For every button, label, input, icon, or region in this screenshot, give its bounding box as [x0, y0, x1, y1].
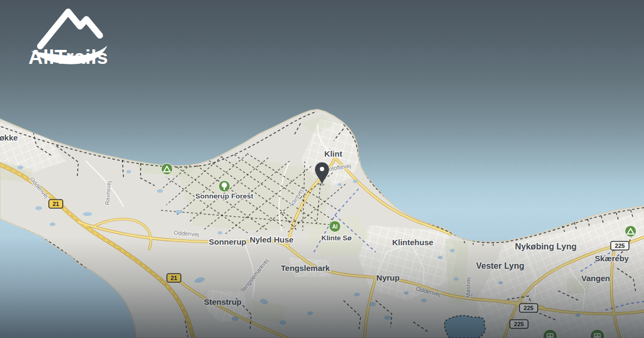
place-label: Nyled Huse — [250, 235, 294, 244]
campground-icon — [625, 226, 636, 237]
svg-text:21: 21 — [53, 201, 59, 207]
route-shield-21: 21 — [167, 274, 181, 282]
place-label: økke — [0, 133, 18, 142]
route-shield-225: 225 — [611, 241, 629, 250]
place-label: Nyrup — [376, 273, 399, 282]
svg-text:21: 21 — [171, 275, 177, 281]
route-shield-21: 21 — [49, 200, 63, 208]
place-label: Sonnerup — [209, 237, 246, 246]
place-label: Klint — [324, 149, 342, 158]
street-label: Møstvej — [465, 277, 471, 298]
route-shield-225: 225 — [519, 304, 538, 312]
svg-text:225: 225 — [524, 305, 533, 311]
place-label: Vangen — [581, 274, 610, 283]
og-share-image: Oddenvej Ravnsvej Oddenvej Klintvej Roto… — [0, 0, 644, 338]
place-label: Nykøbing Lyng — [515, 242, 577, 251]
place-label: Stenstrup — [204, 297, 241, 306]
place-label: Tengslemark — [281, 263, 330, 273]
svg-text:225: 225 — [514, 321, 524, 327]
place-label: Vester Lyng — [476, 261, 524, 270]
svg-text:Al: Al — [332, 224, 338, 230]
place-label: Klintehuse — [392, 238, 434, 247]
alltrails-logo: AllTrails — [28, 12, 108, 68]
alltrails-poi-icon: Al — [330, 221, 341, 232]
campground-icon — [162, 164, 173, 175]
lake — [444, 315, 485, 338]
place-label: Sonnerup Forest — [195, 192, 254, 200]
map-canvas: Oddenvej Ravnsvej Oddenvej Klintvej Roto… — [0, 0, 644, 338]
place-label: Klinte Sø — [321, 234, 352, 242]
route-shield-225: 225 — [510, 320, 528, 328]
alltrails-mountain-icon — [40, 12, 100, 46]
place-label: Skæreby — [595, 254, 629, 263]
alltrails-wordmark: AllTrails — [28, 46, 108, 68]
svg-text:225: 225 — [615, 243, 625, 249]
forest-tree-icon — [219, 181, 230, 192]
